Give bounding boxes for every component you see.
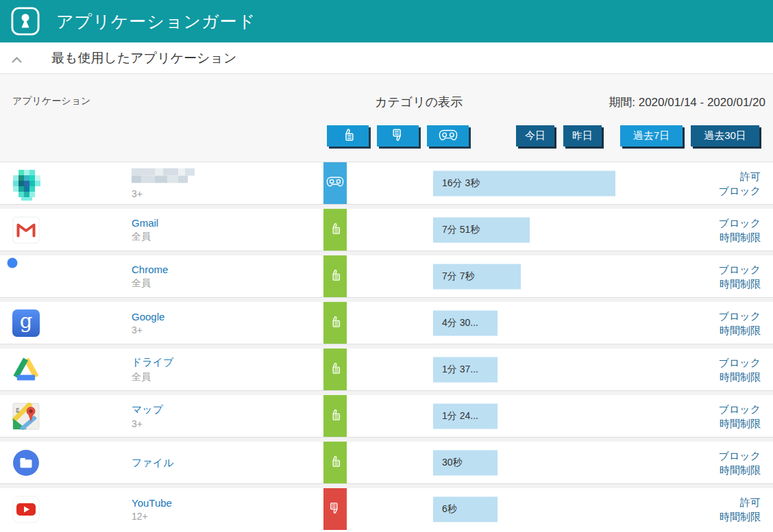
table-row: Gmail 全員 7分 51秒 ブロック 時間制限: [0, 209, 773, 251]
action-allow[interactable]: 許可: [720, 495, 761, 509]
last-7-days-button[interactable]: 過去7日: [620, 125, 683, 147]
category-badge-approved: [323, 442, 347, 483]
action-block[interactable]: ブロック: [719, 402, 761, 416]
app-header: アプリケーションガード: [0, 0, 773, 42]
usage-bar: 6秒: [433, 496, 498, 522]
censored-app-name[interactable]: [132, 173, 200, 185]
usage-time: 7分 51秒: [442, 224, 480, 236]
thumb-up-icon: [328, 268, 343, 286]
category-badge-approved: [323, 302, 347, 344]
app-name-link[interactable]: ファイル: [132, 456, 173, 469]
row-separator: [0, 483, 773, 488]
app-age-rating: 3+: [132, 418, 163, 429]
thumb-up-icon: [340, 127, 356, 145]
usage-time: 6秒: [442, 503, 457, 516]
action-time-limit[interactable]: 時間制限: [719, 230, 761, 244]
action-block[interactable]: ブロック: [719, 183, 761, 198]
table-row: ドライブ 全員 1分 37... ブロック 時間制限: [0, 349, 773, 390]
chevron-up-icon[interactable]: [11, 54, 23, 62]
app-age-rating: 3+: [132, 188, 200, 199]
action-time-limit[interactable]: 時間制限: [720, 509, 761, 524]
chrome-icon: [12, 263, 40, 290]
usage-time: 7分 7秒: [442, 270, 474, 283]
usage-time: 30秒: [442, 457, 463, 469]
usage-bar: 4分 30...: [433, 310, 498, 335]
action-time-limit[interactable]: 時間制限: [719, 370, 761, 384]
gmail-icon: [12, 216, 40, 244]
today-button[interactable]: 今日: [516, 125, 554, 147]
usage-bar: 7分 51秒: [433, 217, 530, 242]
thumb-up-icon: [328, 361, 343, 379]
application-column-label: アプリケーション: [12, 95, 90, 107]
usage-bar: 1分 24...: [433, 403, 498, 429]
action-time-limit[interactable]: 時間制限: [719, 416, 761, 431]
blocked-filter-button[interactable]: [377, 125, 419, 147]
app-name-link[interactable]: YouTube: [132, 497, 172, 509]
app-age-rating: 全員: [132, 277, 168, 290]
category-badge-blocked: [323, 488, 347, 530]
row-separator: [0, 390, 773, 395]
keyhole-logo-icon: [11, 7, 40, 36]
action-block[interactable]: ブロック: [719, 448, 761, 463]
category-badge-approved: [323, 395, 347, 437]
usage-time: 1分 37...: [442, 364, 478, 376]
table-row: g Google 3+ 4分 30... ブロック 時間制限: [0, 302, 773, 344]
svg-text:g: g: [16, 405, 19, 413]
category-badge-approved: [323, 255, 347, 297]
action-allow[interactable]: 許可: [719, 169, 761, 183]
app-name-link[interactable]: マップ: [132, 403, 163, 416]
row-separator: [0, 251, 773, 255]
usage-bar: 16分 3秒: [433, 170, 615, 196]
app-name-link[interactable]: Chrome: [132, 264, 168, 275]
usage-time: 1分 24...: [442, 410, 478, 422]
games-filter-button[interactable]: [427, 125, 469, 147]
app-age-rating: 3+: [132, 325, 164, 335]
thumb-down-icon: [328, 501, 343, 518]
row-separator: [0, 297, 773, 302]
usage-bar: 1分 37...: [433, 357, 498, 382]
table-row: Chrome 全員 7分 7秒 ブロック 時間制限: [0, 255, 773, 297]
app-age-rating: 12+: [132, 511, 172, 522]
action-time-limit[interactable]: 時間制限: [719, 463, 761, 477]
usage-bar: 30秒: [433, 450, 498, 475]
action-block[interactable]: ブロック: [719, 309, 761, 323]
yesterday-button[interactable]: 昨日: [563, 125, 602, 147]
filter-panel: アプリケーション カテゴリの表示 期間: 2020/01/14 - 2020/0…: [0, 74, 773, 162]
table-row: 3+ 16分 3秒 許可 ブロック: [0, 162, 773, 204]
app-age-rating: 全員: [132, 371, 173, 383]
thumb-up-icon: [328, 407, 343, 425]
approved-filter-button[interactable]: [327, 125, 369, 147]
google-icon: g: [12, 309, 40, 337]
category-display-label: カテゴリの表示: [375, 94, 463, 110]
game-controller-icon: [326, 175, 344, 191]
youtube-icon: [12, 496, 40, 523]
app-name-link[interactable]: Google: [132, 311, 164, 322]
action-block[interactable]: ブロック: [719, 216, 761, 230]
last-30-days-button[interactable]: 過去30日: [691, 125, 759, 147]
thumb-down-icon: [390, 127, 406, 145]
section-title: 最も使用したアプリケーション: [51, 49, 236, 67]
section-header: 最も使用したアプリケーション: [0, 42, 773, 74]
category-badge-game: [323, 162, 347, 204]
action-block[interactable]: ブロック: [719, 355, 761, 370]
action-time-limit[interactable]: 時間制限: [719, 323, 761, 338]
usage-bar: 7分 7秒: [433, 264, 521, 289]
category-badge-approved: [323, 209, 347, 251]
table-row: ファイル 30秒 ブロック 時間制限: [0, 442, 773, 483]
app-name-link[interactable]: ドライブ: [132, 356, 173, 369]
row-separator: [0, 344, 773, 349]
thumb-up-icon: [328, 454, 343, 472]
action-block[interactable]: ブロック: [719, 262, 761, 277]
files-icon: [12, 449, 40, 477]
app-name-link[interactable]: Gmail: [132, 217, 158, 229]
google-drive-icon: [12, 356, 40, 383]
action-time-limit[interactable]: 時間制限: [719, 277, 761, 291]
period-label: 期間: 2020/01/14 - 2020/01/20: [609, 94, 765, 110]
most-used-apps-table: 3+ 16分 3秒 許可 ブロック: [0, 162, 773, 530]
category-badge-approved: [323, 349, 347, 390]
usage-time: 16分 3秒: [442, 177, 480, 190]
thumb-up-icon: [328, 314, 343, 332]
row-separator: [0, 437, 773, 442]
table-row: YouTube 12+ 6秒 許可 時間制限: [0, 488, 773, 530]
table-row: g マップ 3+ 1分 24... ブロック 時間制限: [0, 395, 773, 437]
